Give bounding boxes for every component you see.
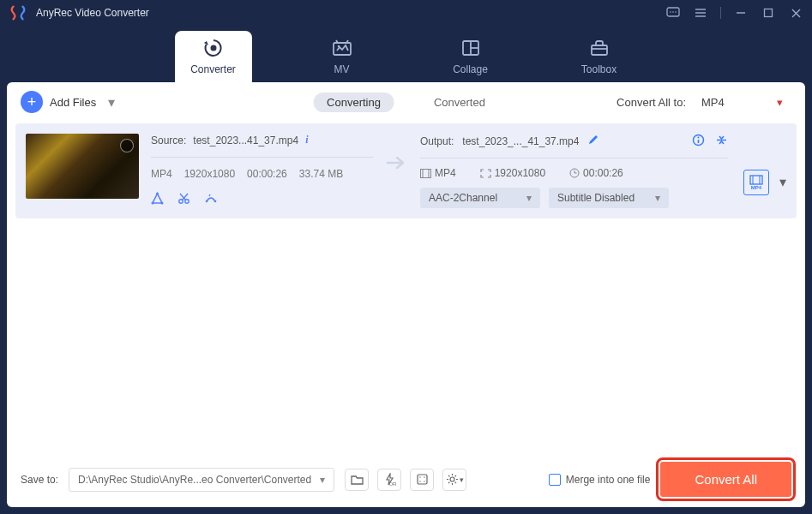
merge-checkbox[interactable]: Merge into one file: [549, 474, 651, 486]
source-format: MP4: [151, 168, 172, 180]
feedback-icon[interactable]: [665, 5, 681, 21]
save-path-value: D:\AnyRec Studio\AnyRe...eo Converter\Co…: [78, 474, 311, 486]
tab-mv[interactable]: MV: [304, 31, 381, 82]
tab-collage[interactable]: Collage: [432, 31, 509, 82]
enhance-icon[interactable]: [204, 192, 218, 208]
svg-rect-41: [750, 176, 762, 184]
source-filename: test_2023...41_37.mp4: [193, 134, 298, 146]
format-value: MP4: [701, 96, 725, 109]
tab-converter[interactable]: Converter: [175, 31, 252, 82]
svg-point-24: [161, 202, 164, 205]
merge-label: Merge into one file: [566, 474, 651, 486]
info-icon[interactable]: i: [305, 134, 308, 146]
chevron-down-icon[interactable]: ▾: [779, 174, 786, 190]
svg-marker-22: [153, 194, 162, 203]
svg-point-49: [424, 481, 424, 481]
convert-all-button[interactable]: Convert All: [660, 462, 791, 497]
chevron-down-icon: ▾: [108, 94, 115, 111]
source-info: Source: test_2023...41_37.mp4 i MP4 1920…: [151, 134, 374, 208]
plus-icon: +: [21, 91, 43, 113]
convert-all-to-select[interactable]: MP4 ▾: [693, 92, 791, 113]
svg-rect-45: [418, 475, 427, 484]
app-title: AnyRec Video Converter: [36, 7, 149, 19]
output-info: Output: test_2023_..._41_37.mp4 MP4 1920…: [420, 134, 728, 208]
gpu-accel-button[interactable]: OFF: [377, 469, 401, 491]
svg-point-30: [206, 200, 208, 203]
svg-point-1: [670, 11, 671, 13]
output-label: Output:: [420, 135, 454, 147]
divider: [720, 7, 721, 19]
svg-point-3: [675, 11, 677, 13]
footer: Save to: D:\AnyRec Studio\AnyRe...eo Con…: [7, 451, 805, 507]
checkbox-icon: [549, 474, 561, 486]
out-resolution: 1920x1080: [480, 167, 545, 179]
settings-button[interactable]: ▾: [442, 469, 466, 491]
out-duration: 00:00:26: [569, 167, 623, 179]
svg-point-48: [419, 481, 420, 481]
svg-point-23: [156, 193, 159, 195]
app-logo-icon: [9, 3, 27, 22]
source-duration: 00:00:26: [247, 168, 287, 180]
media-info-icon[interactable]: [692, 134, 705, 149]
output-filename: test_2023_..._41_37.mp4: [462, 135, 579, 147]
svg-point-50: [450, 477, 454, 481]
source-resolution: 1920x1080: [184, 168, 235, 180]
video-thumbnail[interactable]: [26, 134, 139, 199]
maximize-icon[interactable]: [761, 5, 776, 21]
chevron-down-icon: ▾: [320, 474, 325, 486]
main-panel: + Add Files ▾ Converting Converted Conve…: [7, 82, 805, 507]
svg-rect-8: [765, 9, 773, 17]
svg-point-46: [419, 476, 420, 477]
open-folder-button[interactable]: [345, 469, 369, 491]
chevron-down-icon: ▾: [526, 192, 532, 204]
svg-line-32: [209, 194, 210, 196]
svg-point-25: [152, 202, 154, 205]
tab-converted[interactable]: Converted: [420, 93, 499, 112]
main-tabs: Converter MV Collage Toolbox: [0, 26, 812, 82]
file-item: Source: test_2023...41_37.mp4 i MP4 1920…: [15, 123, 797, 218]
svg-point-34: [698, 137, 700, 139]
svg-point-14: [337, 45, 340, 48]
tab-converting[interactable]: Converting: [313, 93, 394, 112]
svg-point-47: [424, 476, 424, 477]
chevron-down-icon: ▾: [777, 96, 783, 109]
close-icon[interactable]: [788, 5, 803, 21]
save-to-label: Save to:: [21, 474, 58, 486]
chevron-down-icon: ▾: [655, 192, 660, 204]
compress-icon[interactable]: [715, 134, 728, 149]
subtitle-value: Subtitle Disabled: [557, 192, 635, 204]
tab-label: Collage: [453, 63, 488, 75]
svg-rect-37: [421, 170, 431, 178]
add-files-label: Add Files: [50, 96, 96, 109]
audio-select[interactable]: AAC-2Channel ▾: [420, 188, 540, 208]
convert-all-to-label: Convert All to:: [617, 96, 686, 109]
minimize-icon[interactable]: [733, 5, 749, 21]
audio-value: AAC-2Channel: [429, 192, 497, 204]
task-schedule-button[interactable]: [410, 469, 434, 491]
edit-name-icon[interactable]: [587, 134, 598, 148]
source-label: Source:: [151, 134, 186, 146]
subtitle-select[interactable]: Subtitle Disabled ▾: [549, 188, 669, 208]
convert-all-to: Convert All to: MP4 ▾: [617, 92, 791, 113]
tab-toolbox[interactable]: Toolbox: [561, 31, 638, 82]
save-path-select[interactable]: D:\AnyRec Studio\AnyRe...eo Converter\Co…: [69, 468, 334, 492]
add-files-button[interactable]: + Add Files ▾: [21, 91, 115, 113]
cut-icon[interactable]: [177, 192, 190, 208]
svg-point-2: [672, 11, 674, 13]
out-format: MP4: [420, 167, 456, 179]
svg-point-31: [214, 200, 217, 203]
output-format-button[interactable]: MP4: [743, 170, 769, 195]
toolbar: + Add Files ▾ Converting Converted Conve…: [7, 82, 805, 122]
tab-label: Toolbox: [581, 63, 617, 75]
arrow-divider: [386, 134, 408, 171]
svg-point-12: [210, 45, 216, 51]
tab-label: MV: [334, 63, 350, 75]
edit-icon[interactable]: [151, 192, 164, 208]
svg-rect-20: [592, 45, 607, 55]
source-size: 33.74 MB: [299, 168, 343, 180]
titlebar: AnyRec Video Converter: [0, 0, 812, 26]
svg-text:OFF: OFF: [389, 481, 396, 486]
status-tabs: Converting Converted: [313, 93, 499, 112]
menu-icon[interactable]: [693, 5, 708, 21]
tab-label: Converter: [190, 63, 236, 75]
